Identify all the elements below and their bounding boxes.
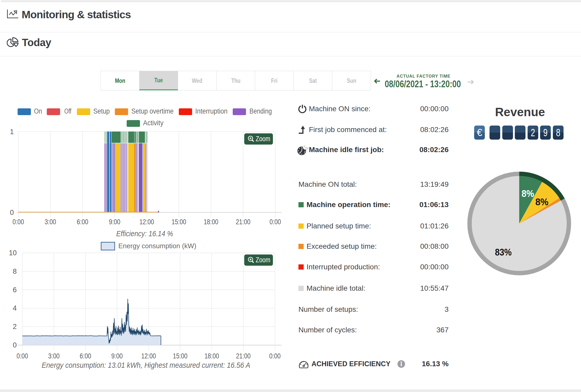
- svg-text:18:00: 18:00: [204, 352, 219, 360]
- svg-text:Bending: Bending: [249, 107, 272, 115]
- svg-text:12:00: 12:00: [141, 352, 156, 360]
- svg-text:8: 8: [13, 267, 17, 275]
- svg-text:1: 1: [10, 128, 14, 136]
- svg-text:6:00: 6:00: [80, 352, 91, 360]
- svg-text:Energy consumption (kW): Energy consumption (kW): [118, 242, 196, 250]
- svg-text:15:00: 15:00: [172, 218, 186, 226]
- svg-text:2: 2: [13, 323, 17, 331]
- svg-text:Efficiency: 16.14 %: Efficiency: 16.14 %: [116, 229, 173, 238]
- svg-text:21:00: 21:00: [236, 352, 251, 360]
- svg-text:3:00: 3:00: [48, 352, 60, 360]
- svg-text:On: On: [34, 107, 42, 115]
- svg-text:6: 6: [13, 286, 17, 294]
- svg-text:4: 4: [13, 304, 17, 312]
- svg-text:0: 0: [13, 341, 17, 349]
- svg-text:83%: 83%: [495, 247, 512, 258]
- svg-text:Zoom: Zoom: [256, 256, 270, 264]
- svg-text:0:00: 0:00: [13, 218, 24, 226]
- svg-text:0: 0: [10, 209, 14, 216]
- svg-text:6:00: 6:00: [77, 218, 88, 226]
- svg-text:0:00: 0:00: [269, 352, 281, 360]
- svg-text:12:00: 12:00: [139, 218, 154, 226]
- svg-text:18:00: 18:00: [204, 218, 218, 226]
- svg-text:0:00: 0:00: [270, 218, 281, 226]
- svg-text:Zoom: Zoom: [256, 135, 270, 143]
- svg-text:3:00: 3:00: [45, 218, 56, 226]
- svg-text:10: 10: [9, 249, 17, 257]
- svg-text:Energy consumption: 13.01 kWh,: Energy consumption: 13.01 kWh, Highest m…: [42, 361, 250, 369]
- svg-text:Activity: Activity: [143, 119, 163, 127]
- svg-text:0:00: 0:00: [17, 352, 28, 360]
- svg-text:8%: 8%: [535, 197, 548, 207]
- svg-text:Interruption: Interruption: [195, 107, 228, 115]
- svg-text:15:00: 15:00: [173, 352, 187, 360]
- svg-text:21:00: 21:00: [236, 218, 250, 226]
- svg-text:Setup: Setup: [93, 107, 110, 115]
- svg-text:9:00: 9:00: [109, 218, 120, 226]
- svg-text:Off: Off: [64, 107, 71, 115]
- svg-text:Setup overtime: Setup overtime: [131, 107, 174, 115]
- svg-text:9:00: 9:00: [111, 352, 123, 360]
- svg-text:8%: 8%: [522, 188, 534, 199]
